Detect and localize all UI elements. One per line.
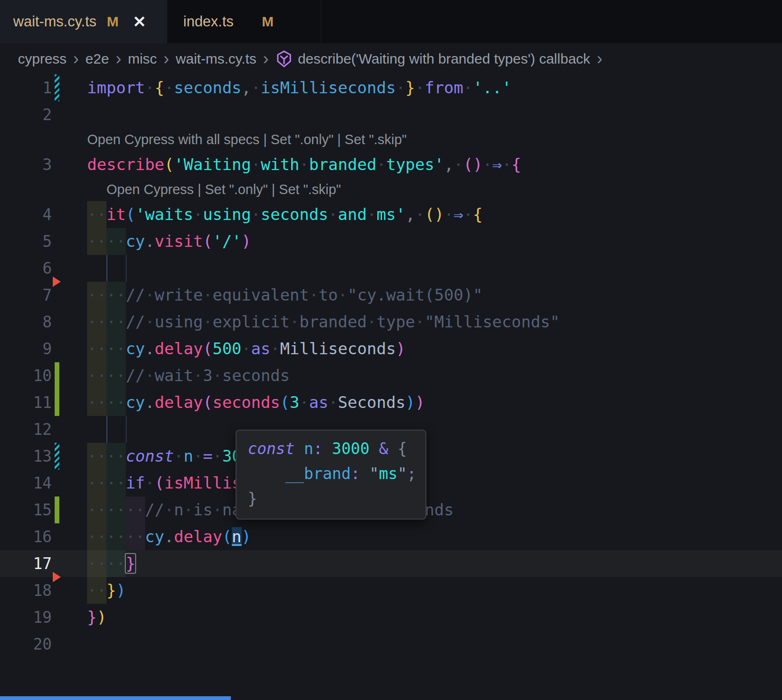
code-token: ( (203, 393, 212, 412)
line-number[interactable]: 17 (0, 550, 52, 577)
git-added-marker[interactable] (55, 497, 59, 523)
code-token: it (106, 205, 126, 224)
code-token: cy (145, 527, 164, 546)
code-token: · (328, 205, 338, 224)
code-token: · (251, 155, 261, 174)
git-added-marker[interactable] (55, 362, 59, 389)
line-content[interactable] (87, 255, 782, 282)
line-content[interactable]: ······cy.delay(n) (87, 523, 782, 550)
code-token: { (473, 205, 482, 224)
tab-wait-ms.cy.ts[interactable]: wait-ms.cy.tsM✕ (0, 0, 167, 43)
line-content[interactable]: ····cy.visit('/') (87, 228, 782, 255)
code-token: ( (222, 527, 232, 546)
line-number[interactable]: 11 (0, 389, 52, 416)
code-token: // (126, 312, 145, 331)
line-content[interactable] (87, 631, 782, 658)
code-text: ··}) (87, 577, 126, 604)
line-number[interactable]: 6 (0, 255, 52, 282)
line-content[interactable]: describe('Waiting·with·branded·types',·(… (87, 151, 782, 178)
chevron-right-icon: › (163, 50, 169, 67)
line-number[interactable]: 4 (0, 201, 52, 228)
breadcrumb-item-wait-ms.cy.ts[interactable]: wait-ms.cy.ts (176, 51, 256, 67)
tab-index.ts[interactable]: index.tsM (167, 0, 321, 43)
code-editor[interactable]: 1import·{·seconds,·isMilliseconds·}·from… (0, 74, 782, 658)
line-number[interactable]: 19 (0, 604, 52, 631)
code-token: ···· (87, 554, 126, 573)
line-number[interactable]: 14 (0, 470, 52, 497)
line-number[interactable]: 16 (0, 523, 52, 550)
codelens-link[interactable]: Open Cypress | Set ".only" | Set ".skip" (106, 182, 341, 197)
code-token: ···· (87, 339, 126, 358)
code-token: } (106, 581, 116, 600)
line-number[interactable]: 9 (0, 335, 52, 362)
code-token: n (184, 447, 193, 465)
code-token: } (87, 608, 97, 627)
breadcrumb-item-e2e[interactable]: e2e (85, 51, 109, 67)
line-number[interactable]: 18 (0, 577, 52, 604)
line-content[interactable]: ······//·n·is·narrowed·to·milliseconds (87, 497, 782, 523)
line-content[interactable]: ····} (87, 550, 782, 577)
code-text: ··it('waits·using·seconds·and·ms',·()·⇒·… (87, 201, 483, 228)
breadcrumb-item-misc[interactable]: misc (128, 51, 157, 67)
code-token: · (193, 366, 203, 385)
code-token: · (464, 205, 473, 224)
indent-guide (106, 416, 107, 443)
line-content[interactable]: ··}) (87, 577, 782, 604)
code-line-19: 19}) (0, 604, 782, 631)
line-content[interactable]: ····//·using·explicit·branded·type·"Mill… (87, 309, 782, 335)
code-token: // (126, 285, 145, 304)
line-content[interactable]: import·{·seconds,·isMilliseconds·}·from·… (87, 74, 782, 101)
breadcrumb: cypress›e2e›misc›wait-ms.cy.ts›describe(… (0, 43, 782, 74)
line-content[interactable]: ····//·write·equivalent·to·"cy.wait(500)… (87, 282, 782, 309)
code-token: ( (203, 232, 212, 251)
line-number[interactable]: 13 (0, 443, 52, 470)
breadcrumb-item-cypress[interactable]: cypress (18, 51, 66, 67)
close-icon[interactable]: ✕ (133, 12, 147, 31)
code-line-4: 4··it('waits·using·seconds·and·ms',·()·⇒… (0, 201, 782, 228)
line-content[interactable]: ····cy.delay(500·as·Milliseconds) (87, 335, 782, 362)
codelens-link[interactable]: Open Cypress with all specs | Set ".only… (87, 132, 407, 147)
line-content[interactable]: ··it('waits·using·seconds·and·ms',·()·⇒·… (87, 201, 782, 228)
code-token: ) (396, 339, 405, 358)
git-modified-marker[interactable] (55, 443, 59, 470)
line-content[interactable]: ····if·(isMilliseconds(n))·{ (87, 470, 782, 497)
code-token: · (145, 473, 155, 492)
code-token: types' (386, 155, 444, 174)
code-token: , (444, 155, 453, 174)
git-deleted-marker[interactable] (53, 277, 61, 287)
code-token: · (376, 155, 386, 174)
git-modified-marker[interactable] (55, 74, 59, 101)
line-number[interactable]: 12 (0, 416, 52, 443)
line-number[interactable]: 20 (0, 631, 52, 658)
code-token: · (299, 393, 309, 412)
line-number[interactable]: 10 (0, 362, 52, 389)
git-added-marker[interactable] (55, 389, 59, 416)
code-token: · (145, 366, 155, 385)
code-token: ( (155, 473, 164, 492)
code-token: "cy.wait(500)" (348, 285, 483, 304)
code-token: ······ (87, 500, 145, 519)
line-content[interactable] (87, 416, 782, 443)
line-number[interactable]: 2 (0, 101, 52, 128)
line-number[interactable]: 3 (0, 151, 52, 178)
code-token: // (126, 366, 145, 385)
breadcrumb-symbol[interactable]: describe('Waiting with branded types') c… (298, 51, 590, 67)
code-token: ·· (87, 205, 106, 224)
code-text: }) (87, 604, 106, 631)
line-content[interactable]: ····cy.delay(seconds(3·as·Seconds)) (87, 389, 782, 416)
line-content[interactable]: ····const·n·=·3000·as·Milliseconds (87, 443, 782, 470)
tooltip-token: " (369, 464, 379, 483)
code-token: describe (87, 155, 164, 174)
line-content[interactable] (87, 101, 782, 128)
line-number[interactable]: 5 (0, 228, 52, 255)
line-number[interactable]: 7 (0, 282, 52, 309)
code-token: Seconds (338, 393, 405, 412)
git-deleted-marker[interactable] (53, 572, 61, 582)
line-number[interactable]: 8 (0, 309, 52, 335)
line-content[interactable]: ····//·wait·3·seconds (87, 362, 782, 389)
code-line-2: 2 (0, 101, 782, 128)
line-number[interactable]: 1 (0, 74, 52, 101)
line-number[interactable]: 15 (0, 497, 52, 523)
line-content[interactable]: }) (87, 604, 782, 631)
code-token: . (145, 393, 155, 412)
